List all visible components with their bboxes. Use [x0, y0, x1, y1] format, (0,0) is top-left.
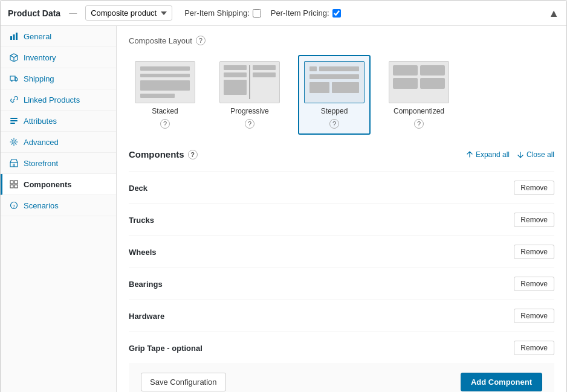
sidebar-storefront-label: Storefront [24, 159, 58, 168]
svg-point-8 [13, 141, 15, 143]
panel-collapse-button[interactable]: ▲ [548, 8, 559, 19]
box-icon [9, 53, 19, 62]
gear-icon [9, 137, 19, 147]
main-content: Composite Layout ? Stacked ? [117, 26, 566, 392]
svg-point-3 [11, 80, 12, 82]
component-row-hardware: Hardware Remove [129, 300, 554, 332]
link-icon [9, 95, 19, 104]
component-row-trucks: Trucks Remove [129, 204, 554, 236]
sidebar-general-label: General [24, 32, 51, 41]
sidebar-item-inventory[interactable]: Inventory [1, 47, 116, 68]
svg-rect-2 [16, 33, 18, 40]
chart-icon [9, 31, 19, 41]
close-all-button[interactable]: Close all [517, 150, 554, 159]
svg-rect-0 [10, 36, 12, 40]
expand-all-button[interactable]: Expand all [466, 150, 510, 159]
componentized-label: Componentized [394, 107, 444, 115]
composite-layout-label: Composite Layout [129, 36, 192, 45]
svg-rect-12 [15, 181, 18, 184]
panel-body: General Inventory [1, 26, 566, 392]
per-item-shipping-label: Per-Item Shipping: [184, 8, 261, 18]
composite-layout-help-icon[interactable]: ? [196, 36, 206, 45]
remove-hardware-button[interactable]: Remove [514, 309, 554, 323]
stepped-preview [304, 61, 364, 103]
sidebar-inventory-label: Inventory [24, 53, 56, 62]
list-icon [9, 116, 19, 126]
sidebar-item-general[interactable]: General [1, 26, 116, 47]
layout-option-stepped[interactable]: Stepped ? [298, 55, 371, 135]
scenarios-icon: ? [9, 201, 19, 210]
sidebar-item-linked-products[interactable]: Linked Products [1, 89, 116, 111]
remove-bearings-button[interactable]: Remove [514, 277, 554, 291]
header-options: Per-Item Shipping: Per-Item Pricing: [184, 8, 340, 18]
progressive-preview [219, 61, 280, 103]
close-icon [517, 151, 524, 158]
sidebar: General Inventory [1, 26, 117, 392]
sidebar-scenarios-label: Scenarios [24, 201, 59, 210]
remove-trucks-button[interactable]: Remove [514, 213, 554, 227]
component-row-bearings: Bearings Remove [129, 268, 554, 300]
product-type-select[interactable]: Composite product Simple product Grouped… [85, 5, 172, 21]
component-name-hardware: Hardware [129, 312, 164, 321]
layout-option-componentized[interactable]: Componentized ? [383, 55, 455, 135]
stacked-help-icon[interactable]: ? [160, 119, 170, 129]
remove-grip-tape-button[interactable]: Remove [514, 341, 554, 355]
panel-title-sep: — [69, 8, 77, 18]
components-icon [9, 179, 19, 189]
layout-options: Stacked ? [129, 55, 554, 135]
layout-option-stacked[interactable]: Stacked ? [129, 55, 201, 135]
svg-rect-14 [15, 185, 18, 188]
remove-deck-button[interactable]: Remove [514, 181, 554, 195]
panel-header: Product Data — Composite product Simple … [1, 1, 566, 26]
sidebar-components-label: Components [24, 180, 71, 189]
components-list: Deck Remove Trucks Remove Wheels Remove … [129, 172, 554, 364]
componentized-preview [389, 61, 449, 103]
per-item-pricing-checkbox[interactable] [332, 9, 341, 18]
sidebar-item-advanced[interactable]: Advanced [1, 132, 116, 153]
component-row-deck: Deck Remove [129, 172, 554, 204]
component-name-grip-tape: Grip Tape - optional [129, 344, 202, 353]
svg-text:?: ? [13, 204, 16, 209]
sidebar-item-components[interactable]: Components [1, 174, 116, 195]
product-data-panel: Product Data — Composite product Simple … [0, 0, 567, 392]
storefront-icon [9, 158, 19, 168]
shipping-icon [9, 74, 19, 83]
componentized-help-icon[interactable]: ? [414, 119, 424, 129]
sidebar-item-storefront[interactable]: Storefront [1, 153, 116, 174]
per-item-pricing-label: Per-Item Pricing: [271, 8, 341, 18]
stepped-help-icon[interactable]: ? [329, 119, 339, 129]
component-name-deck: Deck [129, 184, 147, 193]
component-name-wheels: Wheels [129, 248, 157, 257]
component-name-trucks: Trucks [129, 216, 154, 225]
sidebar-shipping-label: Shipping [24, 74, 54, 83]
svg-rect-6 [10, 120, 18, 121]
svg-rect-1 [13, 34, 15, 40]
save-configuration-button[interactable]: Save Configuration [141, 373, 226, 391]
components-help-icon[interactable]: ? [188, 150, 198, 159]
composite-layout-section: Composite Layout ? [129, 36, 554, 45]
stacked-preview [135, 61, 195, 103]
progressive-help-icon[interactable]: ? [245, 119, 254, 129]
sidebar-linked-products-label: Linked Products [24, 95, 80, 104]
expand-controls: Expand all Close all [466, 150, 554, 159]
sidebar-advanced-label: Advanced [24, 138, 59, 147]
svg-rect-7 [10, 123, 15, 124]
svg-point-4 [15, 80, 16, 82]
add-component-button[interactable]: Add Component [461, 373, 542, 391]
sidebar-item-scenarios[interactable]: ? Scenarios [1, 195, 116, 216]
panel-footer: Save Configuration Add Component [129, 364, 554, 392]
per-item-shipping-checkbox[interactable] [253, 9, 261, 18]
sidebar-item-attributes[interactable]: Attributes [1, 111, 116, 132]
svg-rect-5 [10, 118, 18, 119]
stacked-label: Stacked [152, 107, 178, 115]
sidebar-item-shipping[interactable]: Shipping [1, 68, 116, 89]
progressive-label: Progressive [230, 107, 268, 115]
remove-wheels-button[interactable]: Remove [514, 245, 554, 259]
svg-rect-11 [10, 181, 13, 184]
panel-title: Product Data [8, 8, 60, 18]
layout-option-progressive[interactable]: Progressive ? [213, 55, 286, 135]
component-row-grip-tape: Grip Tape - optional Remove [129, 332, 554, 364]
expand-icon [466, 151, 473, 158]
component-name-bearings: Bearings [129, 280, 163, 289]
sidebar-attributes-label: Attributes [24, 117, 57, 126]
